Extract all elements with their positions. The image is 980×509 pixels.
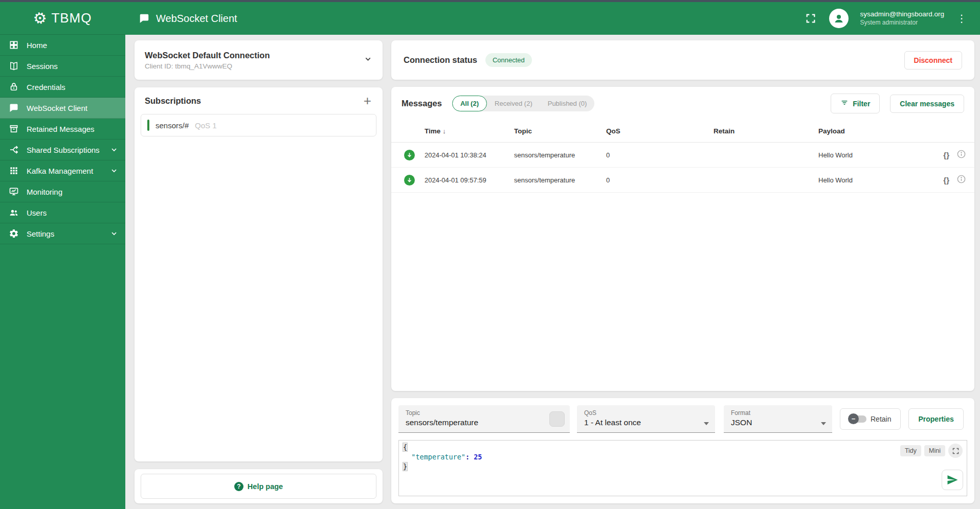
sidebar-item-label: Retained Messages xyxy=(27,125,118,133)
editor-tools: Tidy Mini xyxy=(900,444,963,458)
column-topic[interactable]: Topic xyxy=(514,127,606,135)
logo-text: TBMQ xyxy=(51,10,92,26)
sidebar-item-sessions[interactable]: Sessions xyxy=(0,56,125,77)
chevron-down-icon xyxy=(110,229,118,238)
sort-desc-icon: ↓ xyxy=(442,127,446,135)
settings-icon xyxy=(8,228,19,239)
sidebar-item-shared-subscriptions[interactable]: Shared Subscriptions xyxy=(0,140,125,160)
tab-received[interactable]: Received (2) xyxy=(487,96,540,111)
sidebar-item-home[interactable]: Home xyxy=(0,35,125,56)
format-select[interactable]: Format JSON xyxy=(724,405,832,433)
sidebar-item-label: Sessions xyxy=(27,62,118,71)
properties-button[interactable]: Properties xyxy=(908,408,963,430)
payload-editor-code[interactable]: { "temperature": 25 } xyxy=(399,441,967,474)
content: WebSocket Client sysadmin@thingsboard.or… xyxy=(125,2,980,509)
connection-selector[interactable]: WebSocket Default Connection Client ID: … xyxy=(135,40,383,80)
json-colon: : xyxy=(465,453,470,461)
retain-toggle-track: − xyxy=(850,415,866,423)
status-badge: Connected xyxy=(485,53,532,67)
filter-button[interactable]: Filter xyxy=(831,94,880,113)
sessions-icon xyxy=(8,60,19,72)
sidebar-item-retained-messages[interactable]: Retained Messages xyxy=(0,119,125,140)
table-row[interactable]: 2024-04-01 09:57:59 sensors/temperature … xyxy=(391,168,974,193)
filter-label: Filter xyxy=(853,100,870,108)
avatar[interactable] xyxy=(829,9,849,28)
cell-payload: Hello World xyxy=(818,151,917,159)
retain-toggle-button[interactable]: − Retain xyxy=(840,408,901,430)
color-swatch-button[interactable] xyxy=(549,411,565,427)
user-email: sysadmin@thingsboard.org xyxy=(860,10,944,19)
topic-field-value: sensors/temperature xyxy=(406,418,563,427)
sidebar-item-label: Credentials xyxy=(27,83,118,91)
logo[interactable]: ⚙ TBMQ xyxy=(0,2,125,35)
mini-button[interactable]: Mini xyxy=(924,445,945,456)
tbmq-logo-icon: ⚙ xyxy=(32,9,49,27)
send-button[interactable] xyxy=(942,470,963,490)
publish-controls-row: Topic sensors/temperature QoS 1 - At lea… xyxy=(398,405,967,433)
help-icon: ? xyxy=(234,482,243,491)
credentials-icon xyxy=(8,81,19,92)
help-page-button[interactable]: ? Help page xyxy=(141,474,376,499)
cell-topic: sensors/temperature xyxy=(514,151,606,159)
qos-select[interactable]: QoS 1 - At least once xyxy=(577,405,715,433)
sidebar-item-label: WebSocket Client xyxy=(27,104,118,112)
fullscreen-icon[interactable] xyxy=(801,9,820,28)
received-message-icon xyxy=(404,175,415,186)
sidebar-item-kafka-management[interactable]: Kafka Management xyxy=(0,160,125,181)
kafka-management-icon xyxy=(8,165,19,176)
sidebar-item-label: Kafka Management xyxy=(27,167,103,175)
payload-json-icon[interactable]: {} xyxy=(943,151,949,159)
payload-json-icon[interactable]: {} xyxy=(943,176,949,184)
user-block[interactable]: sysadmin@thingsboard.org System administ… xyxy=(860,10,944,27)
sidebar-item-label: Settings xyxy=(27,229,103,238)
cell-qos: 0 xyxy=(606,151,714,159)
clear-messages-button[interactable]: Clear messages xyxy=(890,95,964,113)
app-root: ⚙ TBMQ Home Sessions Credentials W xyxy=(0,2,980,509)
connection-name: WebSocket Default Connection xyxy=(145,51,364,60)
more-vert-icon[interactable]: ⋮ xyxy=(953,12,970,25)
tab-published[interactable]: Published (0) xyxy=(540,96,595,111)
add-subscription-icon[interactable]: + xyxy=(363,96,372,106)
chevron-down-icon[interactable] xyxy=(364,55,372,65)
received-message-icon xyxy=(404,150,415,160)
info-icon[interactable] xyxy=(956,174,966,186)
sidebar-item-websocket-client[interactable]: WebSocket Client xyxy=(0,98,125,119)
messages-card: Messages All (2) Received (2) Published … xyxy=(391,87,974,391)
sidebar-item-label: Users xyxy=(27,209,118,217)
info-icon[interactable] xyxy=(956,149,966,160)
column-qos[interactable]: QoS xyxy=(606,127,714,135)
subscription-topic: sensors/# xyxy=(155,121,189,130)
help-card: ? Help page xyxy=(135,469,383,503)
column-time[interactable]: Time↓ xyxy=(425,127,514,135)
editor-fullscreen-icon[interactable] xyxy=(948,444,963,458)
payload-editor[interactable]: { "temperature": 25 } Tidy Mini xyxy=(398,440,967,496)
connection-client-id: Client ID: tbmq_A1VwwwEQ xyxy=(145,62,364,70)
table-row[interactable]: 2024-04-01 10:38:24 sensors/temperature … xyxy=(391,143,974,168)
format-select-label: Format xyxy=(731,409,825,417)
subscriptions-title: Subscriptions xyxy=(145,96,363,106)
connection-status-label: Connection status xyxy=(404,55,477,65)
column-retain[interactable]: Retain xyxy=(714,127,818,135)
sidebar-item-users[interactable]: Users xyxy=(0,202,125,223)
right-column: Connection status Connected Disconnect M… xyxy=(391,40,974,503)
column-payload[interactable]: Payload xyxy=(818,127,917,135)
cell-time: 2024-04-01 09:57:59 xyxy=(425,176,514,184)
topic-field[interactable]: Topic sensors/temperature xyxy=(398,405,570,433)
help-label: Help page xyxy=(248,482,283,491)
retained-messages-icon xyxy=(8,123,19,134)
subscription-item[interactable]: sensors/# QoS 1 xyxy=(141,114,376,136)
tidy-button[interactable]: Tidy xyxy=(900,445,921,456)
sidebar-item-label: Shared Subscriptions xyxy=(27,146,103,154)
sidebar-item-monitoring[interactable]: Monitoring xyxy=(0,181,125,202)
topic-field-label: Topic xyxy=(406,409,563,417)
sidebar-item-credentials[interactable]: Credentials xyxy=(0,77,125,98)
page-chat-icon xyxy=(139,9,150,28)
monitoring-icon xyxy=(8,186,19,197)
sidebar-item-settings[interactable]: Settings xyxy=(0,223,125,244)
tab-all[interactable]: All (2) xyxy=(452,96,487,111)
qos-select-label: QoS xyxy=(584,409,708,417)
retain-label: Retain xyxy=(871,415,891,423)
disconnect-button[interactable]: Disconnect xyxy=(904,51,962,70)
json-key: "temperature" xyxy=(411,453,465,461)
main: WebSocket Default Connection Client ID: … xyxy=(125,35,980,509)
